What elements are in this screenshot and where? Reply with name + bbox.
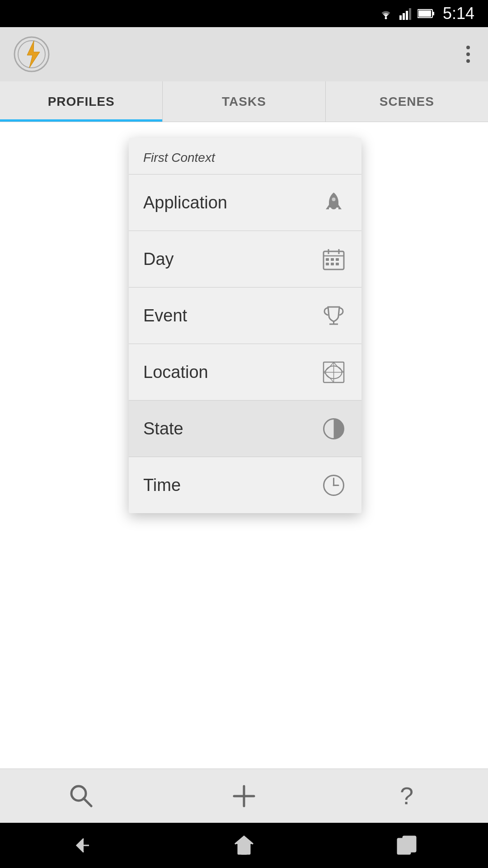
clock-icon — [320, 472, 347, 499]
svg-rect-4 — [409, 8, 411, 20]
calendar-icon — [320, 245, 347, 273]
app-logo — [14, 36, 50, 72]
menu-item-application[interactable]: Application — [129, 175, 361, 231]
menu-item-time[interactable]: Time — [129, 457, 361, 513]
svg-rect-3 — [406, 11, 408, 20]
svg-point-14 — [332, 198, 335, 201]
svg-rect-19 — [326, 258, 329, 261]
svg-marker-10 — [27, 41, 40, 68]
help-icon: ? — [393, 783, 420, 810]
tab-indicator — [0, 119, 162, 122]
nav-bar — [0, 823, 488, 868]
overflow-menu-button[interactable] — [462, 41, 474, 67]
svg-marker-13 — [338, 205, 342, 209]
tab-bar: PROFILES TASKS SCENES — [0, 81, 488, 122]
recent-icon — [395, 834, 418, 857]
svg-rect-6 — [432, 12, 434, 15]
tab-scenes[interactable]: SCENES — [326, 81, 488, 122]
menu-item-location[interactable]: Location — [129, 344, 361, 401]
status-icons — [378, 7, 435, 20]
status-bar: 5:14 — [0, 0, 488, 27]
dropdown-menu: First Context Application Day — [129, 138, 361, 513]
svg-point-11 — [331, 206, 336, 209]
svg-rect-20 — [331, 258, 334, 261]
recent-button[interactable] — [377, 830, 436, 861]
menu-item-state[interactable]: State — [129, 401, 361, 457]
dropdown-header: First Context — [129, 138, 361, 175]
wifi-icon — [378, 7, 394, 20]
search-icon — [68, 783, 95, 810]
signal-icon — [399, 7, 412, 20]
menu-item-day[interactable]: Day — [129, 231, 361, 288]
svg-rect-43 — [241, 849, 247, 854]
svg-rect-23 — [331, 263, 334, 265]
status-time: 5:14 — [443, 4, 474, 23]
search-button[interactable] — [54, 776, 108, 816]
svg-rect-1 — [399, 15, 402, 20]
svg-point-0 — [385, 17, 387, 19]
bottom-toolbar: ? — [0, 769, 488, 823]
battery-icon — [418, 9, 435, 19]
svg-rect-7 — [418, 10, 431, 17]
back-button[interactable] — [52, 830, 111, 861]
map-icon — [320, 359, 347, 386]
app-bar — [0, 27, 488, 81]
menu-item-event[interactable]: Event — [129, 288, 361, 344]
svg-marker-12 — [326, 205, 329, 209]
back-icon — [70, 834, 93, 857]
svg-rect-21 — [336, 258, 339, 261]
svg-rect-24 — [336, 263, 339, 265]
home-icon — [233, 834, 255, 857]
tab-profiles[interactable]: PROFILES — [0, 81, 163, 122]
half-circle-icon — [320, 415, 347, 442]
rocket-icon — [320, 189, 347, 216]
trophy-icon — [320, 302, 347, 329]
tab-tasks[interactable]: TASKS — [163, 81, 325, 122]
help-button[interactable]: ? — [380, 776, 434, 816]
svg-rect-2 — [403, 13, 405, 20]
svg-rect-22 — [326, 263, 329, 265]
add-button[interactable] — [217, 776, 271, 816]
svg-point-35 — [333, 484, 334, 486]
svg-rect-45 — [403, 836, 416, 852]
svg-line-37 — [84, 798, 91, 806]
add-icon — [230, 783, 258, 810]
svg-text:?: ? — [400, 783, 413, 809]
home-button[interactable] — [215, 830, 273, 861]
